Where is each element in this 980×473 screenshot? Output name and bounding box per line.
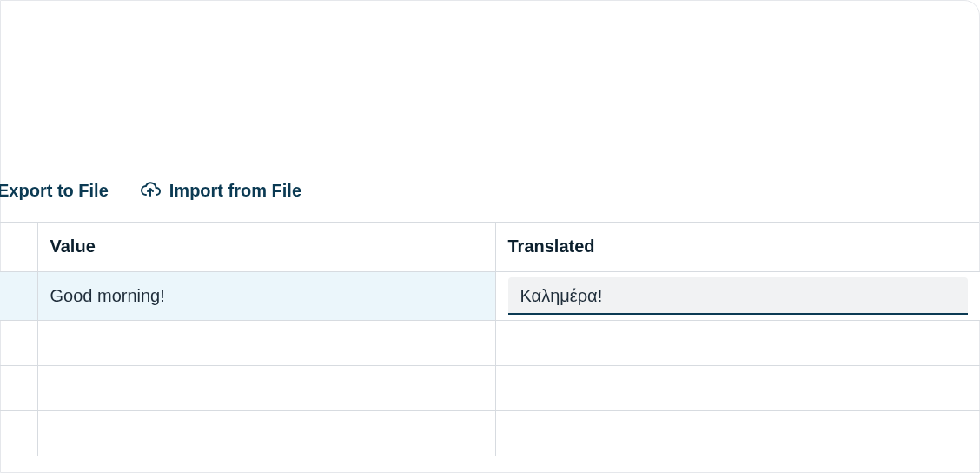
row-stub <box>0 320 37 365</box>
table-row[interactable]: Good morning! <box>0 271 980 320</box>
translations-table: Value Translated Good morning! <box>0 223 980 456</box>
import-from-file-button[interactable]: Import from File <box>140 180 301 201</box>
export-label: Export to File <box>0 181 109 201</box>
cell-translated <box>495 271 980 320</box>
header-translated: Translated <box>495 223 980 271</box>
row-stub <box>0 365 37 410</box>
table-row[interactable] <box>0 365 980 410</box>
cell-translated <box>495 320 980 365</box>
cell-value: Good morning! <box>37 271 495 320</box>
cell-translated <box>495 365 980 410</box>
export-to-file-button[interactable]: Export to File <box>0 181 109 201</box>
header-value: Value <box>37 223 495 271</box>
translated-input[interactable] <box>508 277 969 315</box>
toolbar: Export to File Import from File <box>1 180 301 201</box>
cell-value <box>37 410 495 456</box>
row-stub <box>0 410 37 456</box>
import-label: Import from File <box>169 181 301 201</box>
cell-translated <box>495 410 980 456</box>
translations-table-wrap: Value Translated Good morning! <box>0 222 979 456</box>
table-row[interactable] <box>0 320 980 365</box>
cell-value <box>37 320 495 365</box>
cell-value <box>37 365 495 410</box>
content-panel: Export to File Import from File Value <box>0 0 980 473</box>
cloud-upload-icon <box>140 180 161 201</box>
table-row[interactable] <box>0 410 980 456</box>
row-stub <box>0 271 37 320</box>
table-header-row: Value Translated <box>0 223 980 271</box>
header-stub <box>0 223 37 271</box>
